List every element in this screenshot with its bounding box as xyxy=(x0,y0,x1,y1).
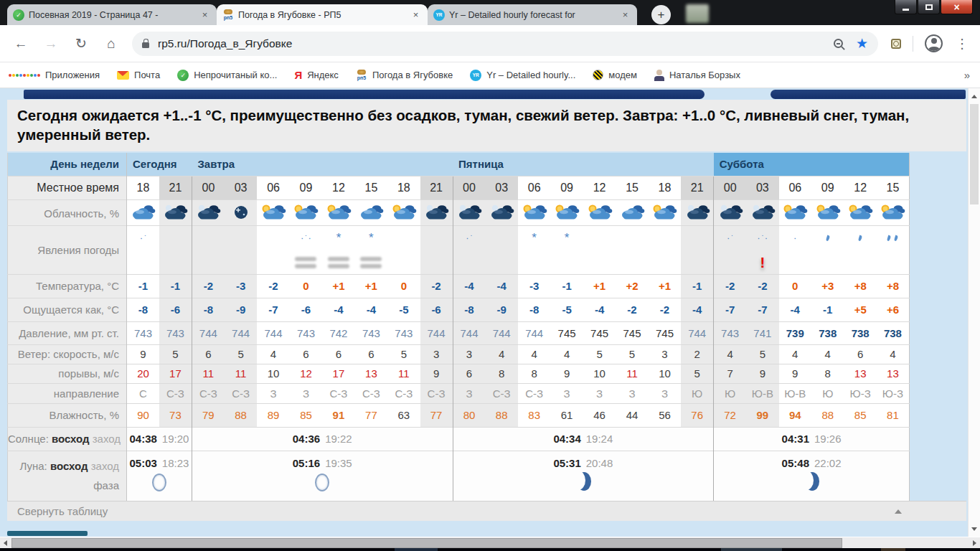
browser-menu-icon[interactable]: ⋮ xyxy=(956,36,969,52)
cell-wind-direction: Ю-З xyxy=(877,383,910,403)
forward-button[interactable]: → xyxy=(38,31,64,57)
reload-button[interactable]: ↻ xyxy=(68,31,94,57)
cell-wind-speed: 6 xyxy=(290,344,322,364)
site-nav-bar-right xyxy=(771,90,966,99)
cell-wind-direction: З xyxy=(616,383,648,403)
cell-humidity: 73 xyxy=(159,403,192,427)
cell-humidity: 94 xyxy=(779,403,811,427)
cell-pressure: 739 xyxy=(779,321,811,344)
bookmarks-overflow-icon[interactable]: » xyxy=(964,69,970,81)
day-header-friday[interactable]: Пятница xyxy=(453,153,714,176)
moon-phase-icon xyxy=(804,472,819,491)
cell-wind-gusts: 9 xyxy=(779,364,811,383)
home-button[interactable]: ⌂ xyxy=(98,31,124,57)
profile-avatar[interactable] xyxy=(925,34,943,52)
cell-time: 09 xyxy=(290,176,322,199)
extension-icon[interactable] xyxy=(891,39,901,49)
new-tab-button[interactable]: + xyxy=(651,5,671,24)
cell-wind-direction: С-З xyxy=(322,383,354,403)
cell-feels-like: +6 xyxy=(877,298,910,321)
cell-feels-like: -8 xyxy=(453,298,485,321)
green-circle-icon: ✓ xyxy=(13,9,24,21)
bookmark-item-2[interactable]: Почта xyxy=(117,70,160,80)
url-text[interactable]: rp5.ru/Погода_в_Ягубовке xyxy=(158,37,834,50)
scroll-up-icon[interactable] xyxy=(971,95,977,98)
bookmark-item-8[interactable]: Наталья Борзых xyxy=(654,70,740,81)
browser-tab-3[interactable]: YRYr – Detailed hourly forecast for × xyxy=(428,4,637,25)
cell-phenomena: ∙∙∙ xyxy=(290,225,322,274)
cell-temperature: -3 xyxy=(225,274,257,298)
day-header-saturday[interactable]: Суббота xyxy=(714,153,910,176)
row-label: Температура, °C xyxy=(8,274,127,298)
maximize-button[interactable] xyxy=(918,0,940,14)
tab-title: Yr – Detailed hourly forecast for xyxy=(449,10,615,20)
cell-temperature: -3 xyxy=(518,274,550,298)
cell-temperature: -1 xyxy=(159,274,192,298)
cell-temperature: +1 xyxy=(355,274,387,298)
cell-feels-like: -8 xyxy=(518,298,550,321)
cell-phenomena: ∙ xyxy=(779,225,811,274)
row-label: Луна: восход заходфаза xyxy=(8,451,127,501)
bookmark-item-3[interactable]: ✓Непрочитаный ко... xyxy=(177,70,277,81)
bookmark-item-5[interactable]: рп5Погода в Ягубовке xyxy=(356,70,453,81)
bookmark-star-icon[interactable]: ★ xyxy=(856,35,868,52)
bookmark-item-4[interactable]: ЯЯндекс xyxy=(294,69,339,81)
site-nav-bar-left xyxy=(24,90,705,99)
tab-close-icon[interactable]: × xyxy=(410,9,422,21)
cell-wind-speed: 3 xyxy=(453,344,485,364)
horizontal-scroll-thumb[interactable] xyxy=(11,538,842,548)
cell-humidity: 91 xyxy=(322,403,354,427)
scroll-right-icon[interactable] xyxy=(973,540,976,546)
back-button[interactable]: ← xyxy=(8,31,34,57)
vertical-scrollbar[interactable] xyxy=(968,88,980,537)
minimize-button[interactable] xyxy=(895,0,917,14)
address-bar[interactable]: rp5.ru/Погода_в_Ягубовке ★ xyxy=(132,32,878,56)
cell-wind-direction: Ю xyxy=(811,383,844,403)
maximize-icon xyxy=(925,4,933,10)
cloud-icon-sun-cloud xyxy=(290,199,322,225)
bookmark-item-7[interactable]: модем xyxy=(593,70,637,80)
cell-humidity: 88 xyxy=(225,403,257,427)
browser-tab-1[interactable]: ✓Посевная 2019 - Страница 47 -× xyxy=(7,4,217,25)
cell-humidity: 89 xyxy=(257,403,289,427)
cell-phenomena xyxy=(877,225,910,274)
cell-wind-speed: 4 xyxy=(811,344,844,364)
cell-humidity: 46 xyxy=(583,403,616,427)
cell-wind-direction: С-З xyxy=(420,383,453,403)
cell-wind-gusts: 8 xyxy=(518,364,550,383)
vertical-scroll-thumb[interactable] xyxy=(970,104,979,204)
bookmark-item-1[interactable]: Приложения xyxy=(9,70,100,80)
row-label: Влажность, % xyxy=(8,403,127,427)
cell-sun-times: 04:3419:24 xyxy=(453,427,714,451)
cloud-icon-cloudy-night xyxy=(453,199,485,225)
cell-wind-speed: 4 xyxy=(714,344,746,364)
cell-feels-like: -4 xyxy=(681,298,713,321)
tab-close-icon[interactable]: × xyxy=(619,9,631,21)
cell-feels-like: -6 xyxy=(290,298,322,321)
scroll-down-icon[interactable] xyxy=(971,527,977,531)
cell-pressure: 744 xyxy=(192,321,224,344)
cell-sun-times: 04:3119:26 xyxy=(714,427,910,451)
cell-wind-gusts: 10 xyxy=(649,364,681,383)
zoom-out-icon[interactable] xyxy=(834,39,843,48)
browser-tab-2[interactable]: рп5Погода в Ягубовке - РП5× xyxy=(217,4,428,25)
cell-wind-gusts: 13 xyxy=(355,364,387,383)
day-header-tomorrow[interactable]: Завтра xyxy=(192,153,453,176)
scroll-left-icon[interactable] xyxy=(4,540,7,546)
collapse-table-bar[interactable]: Свернуть таблицу xyxy=(7,501,966,521)
cell-time: 15 xyxy=(355,176,387,199)
cell-time: 00 xyxy=(714,176,746,199)
cell-time: 03 xyxy=(485,176,517,199)
cell-phenomena xyxy=(583,225,616,274)
cell-wind-direction: С-З xyxy=(355,383,387,403)
cell-phenomena xyxy=(420,225,453,274)
horizontal-scrollbar[interactable] xyxy=(0,537,980,548)
day-header-today[interactable]: Сегодня xyxy=(127,153,192,176)
tab-close-icon[interactable]: × xyxy=(199,9,211,21)
cell-wind-gusts: 11 xyxy=(616,364,648,383)
browser-toolbar: ← → ↻ ⌂ rp5.ru/Погода_в_Ягубовке ★ ⋮ xyxy=(0,25,980,62)
bookmark-item-6[interactable]: YRYr – Detailed hourly... xyxy=(470,70,575,81)
cell-humidity: 85 xyxy=(844,403,876,427)
close-button[interactable]: × xyxy=(941,0,973,14)
cell-temperature: +3 xyxy=(811,274,844,298)
